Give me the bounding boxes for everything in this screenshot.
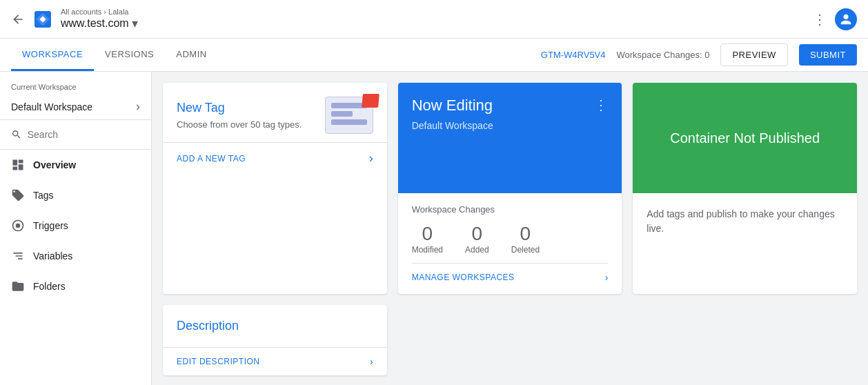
content-area: New Tag Choose from over 50 tag types. A… [152,72,868,385]
back-button[interactable] [11,12,25,26]
current-workspace-label: Current Workspace [0,72,151,94]
topbar: All accounts › Lalala www.test.com ▾ ⋮ [0,0,868,39]
deleted-count: 0 [520,223,531,245]
second-row: Description EDIT DESCRIPTION › [163,305,857,375]
second-row-col2 [398,305,622,375]
not-published-card-bottom: Add tags and publish to make your change… [633,193,857,250]
navtabs-left: WORKSPACE VERSIONS ADMIN [11,39,218,71]
new-tag-card: New Tag Choose from over 50 tag types. A… [163,83,387,294]
manage-workspaces-arrow-icon[interactable]: › [605,272,609,283]
now-editing-card: Now Editing Default Workspace ⋮ Workspac… [398,83,622,294]
workspace-selector[interactable]: Default Workspace › [0,94,151,120]
add-new-tag-link[interactable]: ADD A NEW TAG [177,154,246,164]
gtm-id[interactable]: GTM-W4RV5V4 [541,50,606,60]
description-card-top: Description [163,305,387,347]
site-dropdown-icon[interactable]: ▾ [132,16,138,31]
modified-label: Modified [412,245,443,255]
sidebar-item-label-folders: Folders [33,281,66,292]
description-card-bottom: EDIT DESCRIPTION › [163,347,387,375]
folders-icon [11,279,25,293]
main-layout: Current Workspace Default Workspace › Ov… [0,72,868,385]
breadcrumb-path: All accounts › Lalala [61,8,138,16]
triggers-icon [11,219,25,233]
now-editing-more-icon[interactable]: ⋮ [594,97,608,113]
count-deleted: 0 Deleted [511,223,540,255]
second-row-col3 [633,305,857,375]
breadcrumb: All accounts › Lalala www.test.com ▾ [61,8,138,31]
count-added: 0 Added [465,223,489,255]
new-tag-card-top: New Tag Choose from over 50 tag types. [163,83,387,142]
not-published-card-top: Container Not Published [633,83,857,193]
preview-button[interactable]: PREVIEW [720,43,787,66]
tags-icon [11,188,25,202]
count-modified: 0 Modified [412,223,443,255]
added-count: 0 [472,223,483,245]
description-card: Description EDIT DESCRIPTION › [163,305,387,375]
edit-description-link[interactable]: EDIT DESCRIPTION [177,357,259,366]
manage-workspaces-link[interactable]: MANAGE WORKSPACES [412,273,515,282]
topbar-right: ⋮ [813,8,857,30]
workspace-changes-label: Workspace Changes [412,204,609,215]
not-published-title: Container Not Published [670,130,820,146]
description-arrow-icon[interactable]: › [370,356,373,367]
search-bar [0,120,151,150]
tab-workspace[interactable]: WORKSPACE [11,39,94,71]
tab-admin[interactable]: ADMIN [165,39,217,71]
workspace-name: Default Workspace [11,101,92,112]
overview-icon [11,158,25,172]
now-editing-subtitle: Default Workspace [412,120,493,131]
sidebar-item-variables[interactable]: Variables [0,241,151,271]
sidebar-item-tags[interactable]: Tags [0,180,151,210]
sidebar-item-label-variables: Variables [33,250,72,261]
cards-row: New Tag Choose from over 50 tag types. A… [163,83,857,294]
not-published-card: Container Not Published Add tags and pub… [633,83,857,294]
now-editing-text: Now Editing Default Workspace [412,97,493,131]
svg-point-5 [16,224,21,228]
tab-versions[interactable]: VERSIONS [94,39,165,71]
new-tag-card-text: New Tag Choose from over 50 tag types. [177,101,302,130]
search-input[interactable] [28,129,140,140]
counts-row: 0 Modified 0 Added 0 Deleted [412,223,609,255]
modified-count: 0 [422,223,433,245]
sidebar: Current Workspace Default Workspace › Ov… [0,72,152,385]
more-options-icon[interactable]: ⋮ [813,11,827,28]
sidebar-item-triggers[interactable]: Triggers [0,210,151,241]
breadcrumb-title[interactable]: www.test.com ▾ [61,16,138,31]
new-tag-card-bottom: ADD A NEW TAG › [163,142,387,174]
deleted-label: Deleted [511,245,540,255]
avatar[interactable] [835,8,857,30]
sidebar-item-label-tags: Tags [33,190,54,201]
sidebar-item-label-triggers: Triggers [33,220,68,231]
sidebar-item-overview[interactable]: Overview [0,150,151,180]
now-editing-title: Now Editing [412,97,493,115]
manage-workspaces-link-row: MANAGE WORKSPACES › [412,263,609,283]
added-label: Added [465,245,489,255]
navtabs: WORKSPACE VERSIONS ADMIN GTM-W4RV5V4 Wor… [0,39,868,72]
navtabs-right: GTM-W4RV5V4 Workspace Changes: 0 PREVIEW… [541,43,857,66]
workspace-chevron-icon: › [136,99,140,114]
now-editing-card-top: Now Editing Default Workspace ⋮ [398,83,622,193]
new-tag-title: New Tag [177,101,302,115]
description-title: Description [177,319,373,333]
gtm-logo [32,8,54,30]
sidebar-item-label-overview: Overview [33,159,76,170]
now-editing-card-bottom: Workspace Changes 0 Modified 0 Added 0 D [398,193,622,294]
not-published-description: Add tags and publish to make your change… [647,207,843,236]
submit-button[interactable]: SUBMIT [799,44,857,66]
tag-icon [325,97,373,134]
nav-items: Overview Tags Triggers Variables Folders [0,150,151,302]
variables-icon [11,249,25,263]
search-icon [11,128,22,141]
workspace-changes-count: Workspace Changes: 0 [617,50,710,60]
sidebar-item-folders[interactable]: Folders [0,271,151,302]
new-tag-description: Choose from over 50 tag types. [177,119,302,130]
new-tag-arrow-icon[interactable]: › [369,151,373,166]
topbar-left: All accounts › Lalala www.test.com ▾ [11,8,805,31]
